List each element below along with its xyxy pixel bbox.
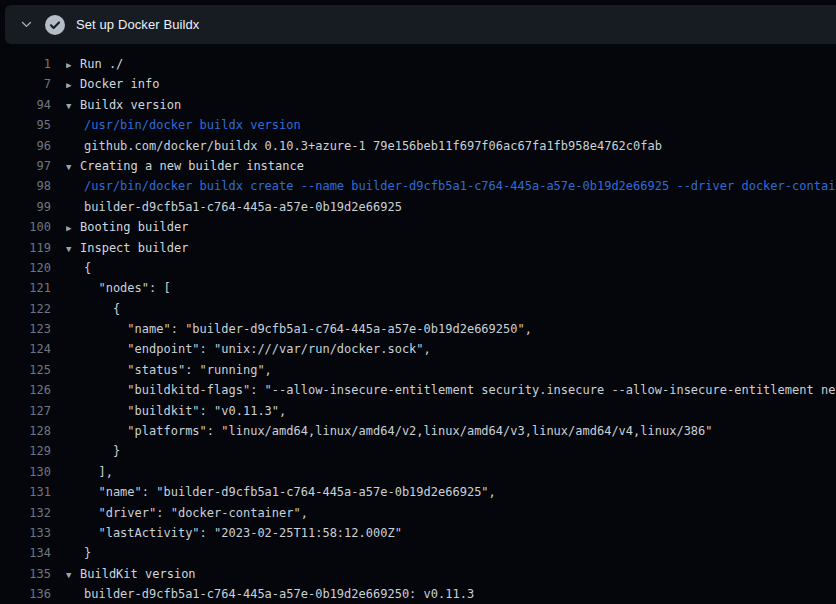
line-content: "buildkitd-flags": "--allow-insecure-ent…	[66, 380, 836, 400]
step-header[interactable]: Set up Docker Buildx	[5, 5, 836, 44]
log-line: 124 "endpoint": "unix:///var/run/docker.…	[0, 339, 836, 359]
line-content: ▼Buildx version	[66, 95, 836, 115]
group-label: Creating a new builder instance	[80, 159, 304, 173]
line-number[interactable]: 97	[0, 156, 51, 176]
log-line: 134 }	[0, 543, 836, 563]
triangle-right-icon[interactable]: ▶	[66, 75, 75, 94]
line-number[interactable]: 127	[0, 401, 51, 421]
line-number[interactable]: 100	[0, 217, 51, 237]
log-line: 133 "lastActivity": "2023-02-25T11:58:12…	[0, 523, 836, 543]
triangle-down-icon[interactable]: ▼	[66, 565, 75, 584]
triangle-down-icon[interactable]: ▼	[66, 157, 75, 176]
line-content: builder-d9cfb5a1-c764-445a-a57e-0b19d2e6…	[66, 584, 836, 604]
line-content: builder-d9cfb5a1-c764-445a-a57e-0b19d2e6…	[66, 197, 836, 217]
line-number[interactable]: 96	[0, 136, 51, 156]
group-label: Booting builder	[80, 220, 188, 234]
line-number[interactable]: 98	[0, 176, 51, 196]
log-line: 136 builder-d9cfb5a1-c764-445a-a57e-0b19…	[0, 584, 836, 604]
log-line: 123 "name": "builder-d9cfb5a1-c764-445a-…	[0, 319, 836, 339]
log-line[interactable]: 1 ▶Run ./	[0, 54, 836, 74]
line-content: }	[66, 543, 836, 563]
line-content: ▶Booting builder	[66, 217, 836, 237]
log-line: 126 "buildkitd-flags": "--allow-insecure…	[0, 380, 836, 400]
group-label: Buildx version	[80, 98, 181, 112]
log-line[interactable]: 135 ▼BuildKit version	[0, 564, 836, 584]
log-line: 122 {	[0, 299, 836, 319]
line-content: "nodes": [	[66, 278, 836, 298]
line-content: "buildkit": "v0.11.3",	[66, 401, 836, 421]
line-number[interactable]: 132	[0, 503, 51, 523]
line-content: "name": "builder-d9cfb5a1-c764-445a-a57e…	[66, 482, 836, 502]
line-content: /usr/bin/docker buildx version	[66, 115, 836, 135]
log-line[interactable]: 7 ▶Docker info	[0, 74, 836, 94]
line-number[interactable]: 99	[0, 197, 51, 217]
line-number[interactable]: 95	[0, 115, 51, 135]
line-content: "status": "running",	[66, 360, 836, 380]
line-number[interactable]: 121	[0, 278, 51, 298]
line-number[interactable]: 129	[0, 441, 51, 461]
line-content: {	[66, 299, 836, 319]
group-label: Run ./	[80, 57, 123, 71]
triangle-down-icon[interactable]: ▼	[66, 96, 75, 115]
line-content: ▼Creating a new builder instance	[66, 156, 836, 176]
group-label: Docker info	[80, 77, 159, 91]
triangle-right-icon[interactable]: ▶	[66, 55, 75, 74]
line-number[interactable]: 131	[0, 482, 51, 502]
line-number[interactable]: 123	[0, 319, 51, 339]
triangle-right-icon[interactable]: ▶	[66, 218, 75, 237]
log-line: 125 "status": "running",	[0, 360, 836, 380]
line-content: ▼Inspect builder	[66, 238, 836, 258]
line-number[interactable]: 134	[0, 543, 51, 563]
line-number[interactable]: 136	[0, 584, 51, 604]
log-line: 128 "platforms": "linux/amd64,linux/amd6…	[0, 421, 836, 441]
line-number[interactable]: 119	[0, 238, 51, 258]
log-line: 120 {	[0, 258, 836, 278]
line-content: "lastActivity": "2023-02-25T11:58:12.000…	[66, 523, 836, 543]
group-label: Inspect builder	[80, 241, 188, 255]
line-number[interactable]: 7	[0, 74, 51, 94]
triangle-down-icon[interactable]: ▼	[66, 239, 75, 258]
line-number[interactable]: 125	[0, 360, 51, 380]
group-label: BuildKit version	[80, 567, 196, 581]
line-content: "endpoint": "unix:///var/run/docker.sock…	[66, 339, 836, 359]
line-content: ▼BuildKit version	[66, 564, 836, 584]
line-number[interactable]: 128	[0, 421, 51, 441]
line-content: {	[66, 258, 836, 278]
log-line: 130 ],	[0, 462, 836, 482]
line-number[interactable]: 1	[0, 54, 51, 74]
log-line[interactable]: 97 ▼Creating a new builder instance	[0, 156, 836, 176]
line-number[interactable]: 135	[0, 564, 51, 584]
line-content: /usr/bin/docker buildx create --name bui…	[66, 176, 836, 196]
line-content: "platforms": "linux/amd64,linux/amd64/v2…	[66, 421, 836, 441]
line-content: ▶Docker info	[66, 74, 836, 94]
line-number[interactable]: 124	[0, 339, 51, 359]
line-number[interactable]: 126	[0, 380, 51, 400]
log-lines: 1 ▶Run ./ 7 ▶Docker info 94 ▼Buildx vers…	[0, 44, 836, 604]
log-line[interactable]: 119 ▼Inspect builder	[0, 238, 836, 258]
line-number[interactable]: 133	[0, 523, 51, 543]
line-number[interactable]: 94	[0, 95, 51, 115]
chevron-down-icon[interactable]	[19, 17, 34, 32]
log-line: 129 }	[0, 441, 836, 461]
log-line: 95 /usr/bin/docker buildx version	[0, 115, 836, 135]
line-number[interactable]: 120	[0, 258, 51, 278]
log-line: 131 "name": "builder-d9cfb5a1-c764-445a-…	[0, 482, 836, 502]
log-line[interactable]: 100 ▶Booting builder	[0, 217, 836, 237]
step-title: Set up Docker Buildx	[76, 17, 199, 32]
log-line: 99 builder-d9cfb5a1-c764-445a-a57e-0b19d…	[0, 197, 836, 217]
line-content: "name": "builder-d9cfb5a1-c764-445a-a57e…	[66, 319, 836, 339]
log-line: 96 github.com/docker/buildx 0.10.3+azure…	[0, 136, 836, 156]
line-content: }	[66, 441, 836, 461]
line-content: github.com/docker/buildx 0.10.3+azure-1 …	[66, 136, 836, 156]
log-line[interactable]: 94 ▼Buildx version	[0, 95, 836, 115]
line-content: "driver": "docker-container",	[66, 503, 836, 523]
line-content: ],	[66, 462, 836, 482]
log-line: 98 /usr/bin/docker buildx create --name …	[0, 176, 836, 196]
line-number[interactable]: 130	[0, 462, 51, 482]
log-line: 121 "nodes": [	[0, 278, 836, 298]
line-content: ▶Run ./	[66, 54, 836, 74]
log-line: 127 "buildkit": "v0.11.3",	[0, 401, 836, 421]
log-line: 132 "driver": "docker-container",	[0, 503, 836, 523]
line-number[interactable]: 122	[0, 299, 51, 319]
check-circle-icon	[45, 15, 65, 35]
